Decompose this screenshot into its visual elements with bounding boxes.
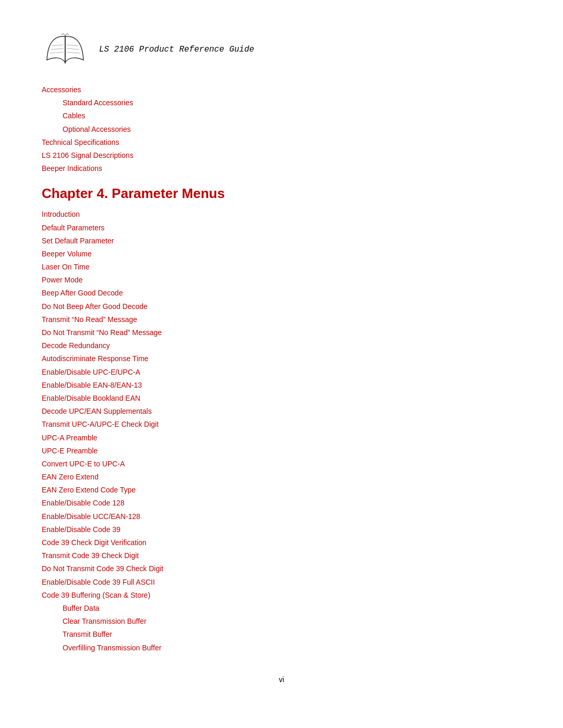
toc-item-beep-after-good-decode[interactable]: Beep After Good Decode xyxy=(42,287,521,300)
svg-line-3 xyxy=(50,52,64,53)
book-icon xyxy=(42,31,89,68)
toc-item-optional-accessories[interactable]: Optional Accessories xyxy=(42,123,521,136)
toc-item-transmit-upc-check-digit[interactable]: Transmit UPC-A/UPC-E Check Digit xyxy=(42,418,521,431)
toc-item-ean-zero-extend-code-type[interactable]: EAN Zero Extend Code Type xyxy=(42,484,521,497)
chapter-toc: Introduction Default Parameters Set Defa… xyxy=(42,208,521,654)
toc-item-enable-disable-upc[interactable]: Enable/Disable UPC-E/UPC-A xyxy=(42,366,521,379)
toc-item-enable-disable-ucc-ean128[interactable]: Enable/Disable UCC/EAN-128 xyxy=(42,510,521,523)
toc-item-clear-transmission-buffer[interactable]: Clear Transmission Buffer xyxy=(42,615,521,628)
toc-item-convert-upc-e-to-upc-a[interactable]: Convert UPC-E to UPC-A xyxy=(42,458,521,471)
toc-item-ean-zero-extend[interactable]: EAN Zero Extend xyxy=(42,471,521,484)
toc-item-upc-e-preamble[interactable]: UPC-E Preamble xyxy=(42,445,521,458)
page-header: LS 2106 Product Reference Guide xyxy=(42,31,521,68)
toc-item-do-not-transmit-code39-check-digit[interactable]: Do Not Transmit Code 39 Check Digit xyxy=(42,562,521,575)
toc-item-code39-buffering[interactable]: Code 39 Buffering (Scan & Store) xyxy=(42,589,521,602)
toc-item-accessories[interactable]: Accessories xyxy=(42,83,521,96)
toc-item-default-parameters[interactable]: Default Parameters xyxy=(42,221,521,235)
toc-item-laser-on-time[interactable]: Laser On Time xyxy=(42,261,521,274)
svg-line-1 xyxy=(52,45,64,46)
toc-item-do-not-beep-after-good-decode[interactable]: Do Not Beep After Good Decode xyxy=(42,300,521,313)
toc-item-enable-disable-bookland-ean[interactable]: Enable/Disable Bookland EAN xyxy=(42,392,521,405)
toc-item-autodiscriminate-response-time[interactable]: Autodiscriminate Response Time xyxy=(42,352,521,365)
svg-line-2 xyxy=(51,48,64,50)
toc-item-transmit-no-read[interactable]: Transmit “No Read” Message xyxy=(42,313,521,326)
toc-item-introduction[interactable]: Introduction xyxy=(42,208,521,221)
chapter-title: Chapter 4. Parameter Menus xyxy=(42,186,521,202)
toc-item-buffer-data[interactable]: Buffer Data xyxy=(42,602,521,615)
toc-item-cables[interactable]: Cables xyxy=(42,109,521,122)
svg-line-6 xyxy=(67,52,80,53)
toc-item-transmit-buffer[interactable]: Transmit Buffer xyxy=(42,628,521,641)
toc-item-upc-a-preamble[interactable]: UPC-A Preamble xyxy=(42,431,521,445)
toc-item-do-not-transmit-no-read[interactable]: Do Not Transmit “No Read” Message xyxy=(42,326,521,339)
toc-item-decode-upc-ean-supplementals[interactable]: Decode UPC/EAN Supplementals xyxy=(42,405,521,418)
toc-item-power-mode[interactable]: Power Mode xyxy=(42,274,521,287)
toc-item-enable-disable-code39-full-ascii[interactable]: Enable/Disable Code 39 Full ASCII xyxy=(42,576,521,589)
toc-item-enable-disable-code39[interactable]: Enable/Disable Code 39 xyxy=(42,523,521,536)
page-number: vi xyxy=(42,675,521,684)
toc-item-beeper-volume[interactable]: Beeper Volume xyxy=(42,248,521,261)
toc-item-technical-specs[interactable]: Technical Specifications xyxy=(42,136,521,149)
product-title: LS 2106 Product Reference Guide xyxy=(99,45,254,54)
toc-item-enable-disable-ean[interactable]: Enable/Disable EAN-8/EAN-13 xyxy=(42,379,521,392)
toc-before-chapter: Accessories Standard Accessories Cables … xyxy=(42,83,521,175)
toc-item-enable-disable-code128[interactable]: Enable/Disable Code 128 xyxy=(42,497,521,510)
toc-item-decode-redundancy[interactable]: Decode Redundancy xyxy=(42,339,521,352)
toc-item-code39-check-digit-verification[interactable]: Code 39 Check Digit Verification xyxy=(42,536,521,549)
svg-line-5 xyxy=(67,48,79,50)
svg-line-4 xyxy=(67,45,78,46)
toc-item-transmit-code39-check-digit[interactable]: Transmit Code 39 Check Digit xyxy=(42,549,521,562)
toc-item-set-default-parameter[interactable]: Set Default Parameter xyxy=(42,235,521,248)
toc-item-overfilling-transmission-buffer[interactable]: Overfilling Transmission Buffer xyxy=(42,641,521,655)
toc-item-signal-descriptions[interactable]: LS 2106 Signal Descriptions xyxy=(42,149,521,162)
toc-item-beeper-indications[interactable]: Beeper Indications xyxy=(42,162,521,175)
toc-item-standard-accessories[interactable]: Standard Accessories xyxy=(42,96,521,109)
